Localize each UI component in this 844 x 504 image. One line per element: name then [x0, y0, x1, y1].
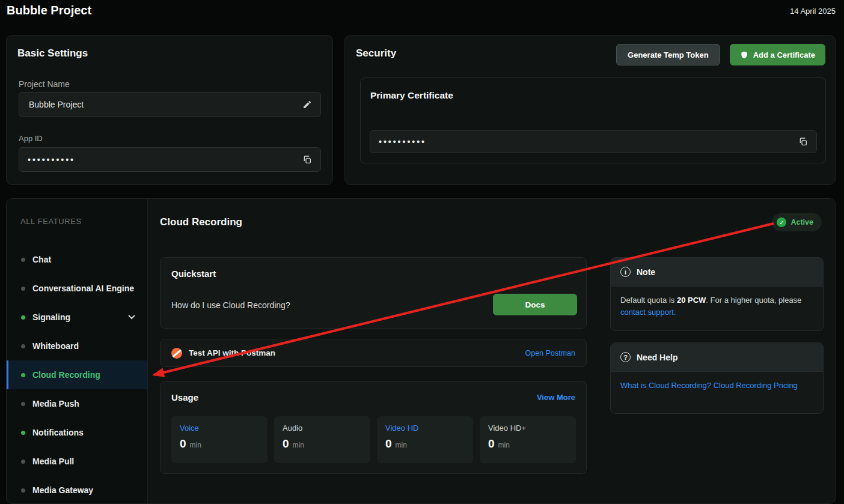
open-postman-link[interactable]: Open Postman [525, 349, 575, 357]
usage-tile-unit: min [293, 441, 304, 449]
sidebar-item-signaling[interactable]: Signaling [7, 303, 147, 332]
usage-tile-unit: min [396, 441, 407, 449]
add-certificate-button[interactable]: Add a Certificate [730, 44, 825, 65]
note-title: Note [637, 267, 655, 277]
sidebar-item-label: Whiteboard [32, 341, 79, 351]
quickstart-card: Quickstart How do I use Cloud Recording?… [160, 257, 587, 329]
usage-tile-unit: min [190, 441, 201, 449]
docs-button-label: Docs [525, 300, 545, 309]
sidebar-item-label: Notifications [32, 428, 84, 437]
usage-tile-value: 0 [283, 437, 289, 451]
shield-icon [740, 50, 748, 59]
sidebar-title: ALL FEATURES [20, 217, 82, 226]
sidebar-item-label: Media Gateway [32, 485, 93, 495]
sidebar-item-label: Signaling [32, 312, 70, 322]
sidebar-item-label: Media Pull [32, 457, 74, 466]
usage-tile-video-hd: Video HD 0 min [377, 416, 473, 463]
note-quota: 20 PCW [677, 296, 706, 305]
need-help-title: Need Help [637, 353, 677, 362]
need-help-body: What is Cloud Recording? Cloud Recording… [611, 372, 823, 399]
status-dot [21, 460, 25, 464]
project-name-label: Project Name [19, 79, 70, 89]
copy-icon[interactable] [798, 137, 808, 147]
what-is-cloud-recording-link[interactable]: What is Cloud Recording? [620, 381, 711, 390]
note-card: i Note Default quota is 20 PCW. For a hi… [610, 257, 824, 331]
usage-tile-audio: Audio 0 min [274, 416, 370, 463]
sidebar-item-cloud-recording[interactable]: Cloud Recording [7, 360, 147, 389]
status-dot [21, 287, 25, 291]
primary-certificate-box: Primary Certificate •••••••••• [360, 77, 826, 163]
app-id-masked-value: •••••••••• [28, 155, 302, 165]
postman-icon [171, 348, 182, 359]
status-dot [21, 344, 25, 348]
usage-tile-value: 0 [385, 437, 392, 451]
contact-support-link[interactable]: contact support. [620, 308, 676, 317]
note-text: . For a higher quota, please [706, 296, 801, 305]
usage-tile-value: 0 [180, 437, 186, 451]
usage-tile-label: Audio [283, 424, 362, 433]
copy-icon[interactable] [302, 155, 312, 165]
generate-temp-token-button[interactable]: Generate Temp Token [616, 44, 720, 65]
sidebar-item-chat[interactable]: Chat [7, 245, 147, 274]
check-circle-icon: ✓ [777, 217, 786, 227]
docs-button[interactable]: Docs [493, 294, 577, 315]
quickstart-question: How do I use Cloud Recording? [171, 300, 290, 310]
sidebar-item-media-gateway[interactable]: Media Gateway [7, 476, 147, 504]
app-id-field: •••••••••• [19, 147, 321, 172]
primary-certificate-title: Primary Certificate [370, 90, 453, 101]
cloud-recording-pricing-link[interactable]: Cloud Recording Pricing [714, 381, 798, 390]
usage-card: Usage View More Voice 0 min Audio 0 min … [160, 381, 587, 474]
status-dot [21, 258, 25, 262]
need-help-card: ? Need Help What is Cloud Recording? Clo… [610, 342, 824, 414]
postman-label: Test API with Postman [189, 348, 275, 357]
page-title: Bubble Project [7, 4, 91, 17]
usage-tile-value: 0 [488, 437, 495, 451]
info-icon: i [620, 267, 631, 277]
status-badge-label: Active [790, 218, 813, 226]
usage-tile-label: Video HD+ [488, 424, 567, 433]
sidebar-item-media-push[interactable]: Media Push [7, 389, 147, 418]
quickstart-title: Quickstart [171, 269, 216, 279]
postman-row: Test API with Postman Open Postman [160, 339, 587, 367]
note-text: Default quota is [620, 296, 677, 305]
status-dot [21, 431, 25, 435]
status-badge: ✓ Active [772, 213, 822, 231]
features-panel: ALL FEATURES Chat Conversational AI Engi… [6, 198, 836, 504]
status-dot [21, 373, 25, 377]
sidebar-item-label: Conversational AI Engine [32, 284, 134, 293]
basic-settings-title: Basic Settings [17, 47, 88, 59]
sidebar-item-media-pull[interactable]: Media Pull [7, 447, 147, 476]
usage-tile-voice: Voice 0 min [171, 416, 268, 463]
usage-title: Usage [171, 392, 198, 402]
feature-title: Cloud Recording [160, 216, 242, 228]
page-date: 14 April 2025 [790, 7, 836, 16]
usage-tile-label: Voice [180, 424, 259, 433]
status-dot [21, 488, 25, 493]
security-title: Security [356, 47, 396, 59]
sidebar-item-notifications[interactable]: Notifications [7, 418, 147, 447]
usage-tile-video-hd-plus: Video HD+ 0 min [480, 416, 576, 463]
edit-pencil-icon[interactable] [302, 100, 312, 109]
sidebar-item-conversational-ai-engine[interactable]: Conversational AI Engine [7, 274, 147, 303]
certificate-field: •••••••••• [370, 130, 817, 153]
chevron-down-icon [128, 315, 135, 320]
view-more-link[interactable]: View More [537, 393, 575, 402]
sidebar-item-label: Cloud Recording [32, 370, 100, 380]
sidebar-item-whiteboard[interactable]: Whiteboard [7, 332, 147, 360]
usage-tile-unit: min [498, 441, 510, 449]
add-certificate-label: Add a Certificate [753, 50, 815, 59]
status-dot [21, 402, 25, 406]
certificate-masked-value: •••••••••• [379, 137, 798, 147]
note-body: Default quota is 20 PCW. For a higher qu… [611, 287, 823, 326]
sidebar-item-label: Media Push [32, 399, 79, 408]
app-id-label: App ID [19, 134, 43, 143]
basic-settings-card: Basic Settings Project Name App ID •••••… [6, 35, 333, 185]
generate-temp-token-label: Generate Temp Token [628, 50, 709, 59]
features-sidebar: ALL FEATURES Chat Conversational AI Engi… [7, 199, 148, 503]
sidebar-item-label: Chat [32, 255, 51, 264]
security-card: Security Generate Temp Token Add a Certi… [344, 35, 836, 185]
project-name-field[interactable] [19, 92, 321, 117]
question-icon: ? [620, 352, 631, 362]
status-dot [21, 315, 25, 320]
project-name-input[interactable] [28, 99, 302, 110]
